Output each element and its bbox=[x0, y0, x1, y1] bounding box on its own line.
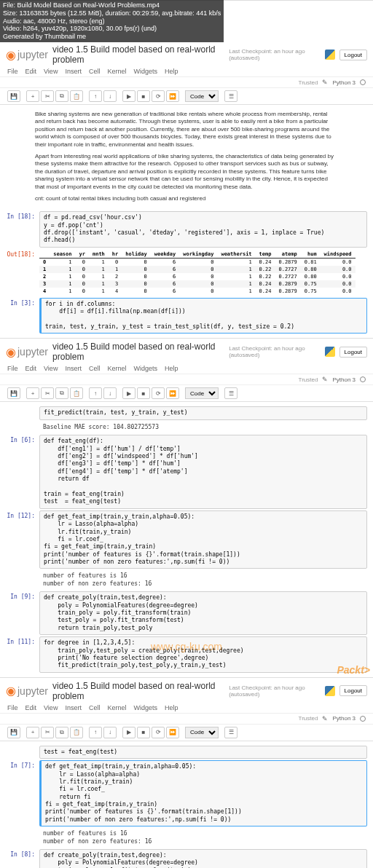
move-up-button[interactable]: ↑ bbox=[89, 387, 102, 399]
stop-button[interactable]: ■ bbox=[137, 727, 150, 738]
code-editor[interactable]: test = feat_eng(test) bbox=[39, 746, 367, 759]
menu-cell[interactable]: Cell bbox=[89, 365, 101, 372]
markdown-cell[interactable]: Bike sharing systems are new generation … bbox=[6, 108, 367, 210]
trusted-indicator[interactable]: Trusted bbox=[299, 376, 318, 383]
cut-button[interactable]: ✂ bbox=[41, 90, 54, 102]
menu-widgets[interactable]: Widgets bbox=[133, 68, 157, 75]
menu-kernel[interactable]: Kernel bbox=[107, 68, 126, 75]
code-editor[interactable]: fit_predict(train, test, y_train, y_test… bbox=[39, 406, 367, 419]
cell-in7[interactable]: In [7]: def get_feat_imp(train,y_train,a… bbox=[6, 760, 367, 826]
menu-file[interactable]: File bbox=[7, 68, 18, 75]
stop-button[interactable]: ■ bbox=[137, 90, 150, 102]
save-button[interactable]: 💾 bbox=[7, 90, 20, 102]
menu-kernel[interactable]: Kernel bbox=[107, 365, 126, 372]
menu-view[interactable]: View bbox=[44, 365, 58, 372]
cell-in18[interactable]: In [18]: df = pd.read_csv('hour.csv') y … bbox=[6, 211, 367, 248]
command-palette-button[interactable]: ☰ bbox=[224, 727, 237, 738]
menu-file[interactable]: File bbox=[7, 365, 18, 372]
restart-button[interactable]: ⟳ bbox=[152, 387, 165, 399]
cell-in6[interactable]: In [6]: def feat_eng(df): df['eng1'] = d… bbox=[6, 435, 367, 509]
move-up-button[interactable]: ↑ bbox=[89, 90, 102, 102]
cell-in9[interactable]: In [9]: def create_poly(train,test,degre… bbox=[6, 591, 367, 635]
paste-button[interactable]: 📋 bbox=[70, 90, 83, 102]
jupyter-logo[interactable]: ◉jupyter bbox=[6, 345, 48, 359]
kernel-indicator-icon[interactable] bbox=[360, 79, 366, 85]
menu-insert[interactable]: Insert bbox=[65, 704, 82, 711]
kernel-indicator-icon[interactable] bbox=[360, 716, 366, 722]
run-button[interactable]: ▶ bbox=[122, 90, 136, 102]
code-editor[interactable]: for i in df.columns: df[i] = df[i].filln… bbox=[39, 298, 367, 334]
restart-button[interactable]: ⟳ bbox=[152, 90, 165, 102]
jupyter-logo[interactable]: ◉jupyter bbox=[6, 48, 48, 62]
menu-help[interactable]: Help bbox=[165, 68, 178, 75]
code-editor[interactable]: def get_feat_imp(train,y_train,alpha=0.0… bbox=[39, 510, 367, 569]
logout-button[interactable]: Logout bbox=[339, 685, 367, 696]
code-editor[interactable]: def feat_eng(df): df['eng1'] = df['hum']… bbox=[39, 435, 367, 509]
stop-button[interactable]: ■ bbox=[137, 387, 150, 399]
move-up-button[interactable]: ↑ bbox=[89, 727, 102, 738]
notebook-title[interactable]: video 1.5 Build model based on real-worl… bbox=[52, 681, 226, 701]
menu-edit[interactable]: Edit bbox=[25, 68, 37, 75]
code-editor[interactable]: def get_feat_imp(train,y_train,alpha=0.0… bbox=[39, 760, 367, 826]
paste-button[interactable]: 📋 bbox=[70, 387, 83, 399]
pencil-icon[interactable]: ✎ bbox=[322, 79, 328, 86]
command-palette-button[interactable]: ☰ bbox=[224, 90, 237, 102]
cell-in12[interactable]: In [12]: def get_feat_imp(train,y_train,… bbox=[6, 510, 367, 569]
kernel-name[interactable]: Python 3 bbox=[332, 79, 356, 86]
cell-in3[interactable]: In [3]: for i in df.columns: df[i] = df[… bbox=[6, 298, 367, 334]
cut-button[interactable]: ✂ bbox=[41, 387, 54, 399]
cut-button[interactable]: ✂ bbox=[41, 727, 54, 738]
pencil-icon[interactable]: ✎ bbox=[322, 376, 328, 383]
celltype-select[interactable]: Code bbox=[185, 387, 219, 399]
trusted-indicator[interactable]: Trusted bbox=[299, 79, 318, 86]
restart-run-button[interactable]: ⏩ bbox=[166, 727, 179, 738]
run-button[interactable]: ▶ bbox=[122, 387, 136, 399]
menu-view[interactable]: View bbox=[44, 704, 58, 711]
celltype-select[interactable]: Code bbox=[185, 727, 219, 738]
save-button[interactable]: 💾 bbox=[7, 387, 20, 399]
copy-button[interactable]: ⧉ bbox=[55, 90, 68, 102]
add-cell-button[interactable]: + bbox=[26, 387, 39, 399]
menu-help[interactable]: Help bbox=[165, 365, 178, 372]
command-palette-button[interactable]: ☰ bbox=[224, 387, 237, 399]
kernel-name[interactable]: Python 3 bbox=[332, 376, 356, 383]
pencil-icon[interactable]: ✎ bbox=[322, 715, 328, 722]
menu-widgets[interactable]: Widgets bbox=[133, 704, 157, 711]
notebook-title[interactable]: video 1.5 Build model based on real-worl… bbox=[52, 342, 226, 362]
add-cell-button[interactable]: + bbox=[26, 727, 39, 738]
menu-help[interactable]: Help bbox=[165, 704, 178, 711]
copy-button[interactable]: ⧉ bbox=[55, 727, 68, 738]
kernel-indicator-icon[interactable] bbox=[360, 376, 366, 382]
menu-edit[interactable]: Edit bbox=[25, 365, 37, 372]
trusted-indicator[interactable]: Trusted bbox=[299, 715, 318, 722]
move-down-button[interactable]: ↓ bbox=[103, 387, 117, 399]
code-editor[interactable]: df = pd.read_csv('hour.csv') y = df.pop(… bbox=[39, 211, 367, 248]
move-down-button[interactable]: ↓ bbox=[103, 90, 117, 102]
menu-insert[interactable]: Insert bbox=[65, 68, 82, 75]
logout-button[interactable]: Logout bbox=[339, 347, 367, 358]
add-cell-button[interactable]: + bbox=[26, 90, 39, 102]
menu-widgets[interactable]: Widgets bbox=[133, 365, 157, 372]
save-button[interactable]: 💾 bbox=[7, 727, 20, 738]
copy-button[interactable]: ⧉ bbox=[55, 387, 68, 399]
menu-cell[interactable]: Cell bbox=[89, 704, 101, 711]
kernel-name[interactable]: Python 3 bbox=[332, 715, 356, 722]
restart-run-button[interactable]: ⏩ bbox=[166, 387, 179, 399]
menu-cell[interactable]: Cell bbox=[89, 68, 101, 75]
code-editor[interactable]: def create_poly(train,test,degree): poly… bbox=[39, 591, 367, 635]
menu-view[interactable]: View bbox=[44, 68, 58, 75]
move-down-button[interactable]: ↓ bbox=[103, 727, 117, 738]
celltype-select[interactable]: Code bbox=[185, 90, 219, 102]
menu-file[interactable]: File bbox=[7, 704, 18, 711]
menu-edit[interactable]: Edit bbox=[25, 704, 37, 711]
menu-insert[interactable]: Insert bbox=[65, 365, 82, 372]
jupyter-logo[interactable]: ◉jupyter bbox=[6, 684, 48, 698]
restart-button[interactable]: ⟳ bbox=[152, 727, 165, 738]
menu-kernel[interactable]: Kernel bbox=[107, 704, 126, 711]
restart-run-button[interactable]: ⏩ bbox=[166, 90, 179, 102]
logout-button[interactable]: Logout bbox=[339, 50, 367, 60]
cell-in8[interactable]: In [8]: def create_poly(train,test,degre… bbox=[6, 849, 367, 868]
paste-button[interactable]: 📋 bbox=[70, 727, 83, 738]
code-editor[interactable]: def create_poly(train,test,degree): poly… bbox=[39, 849, 367, 868]
notebook-title[interactable]: video 1.5 Build model based on real-worl… bbox=[52, 44, 226, 65]
